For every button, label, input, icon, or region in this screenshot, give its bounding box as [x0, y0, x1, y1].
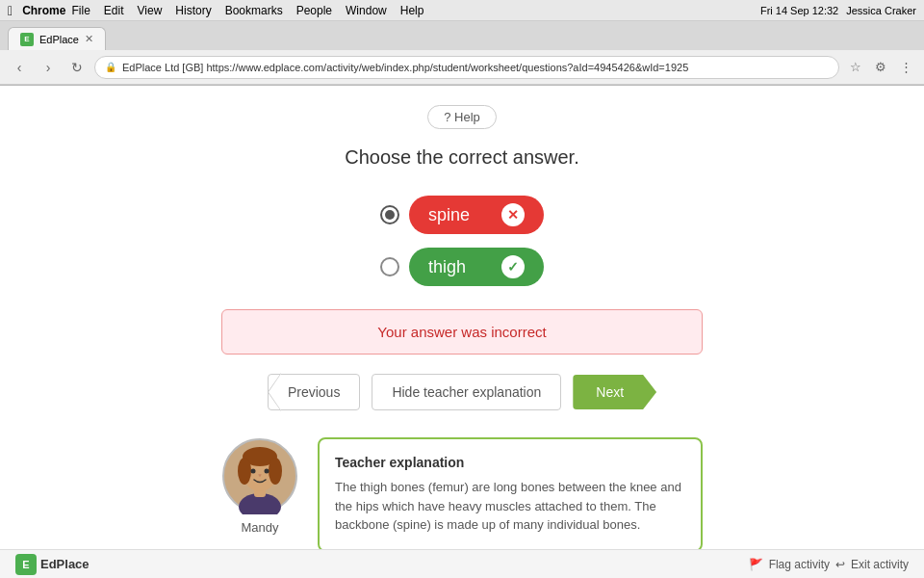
menu-bookmarks[interactable]: Bookmarks	[225, 4, 283, 17]
forward-button[interactable]: ›	[37, 56, 60, 79]
radio-thigh[interactable]	[380, 257, 399, 276]
hide-explanation-label: Hide teacher explanation	[392, 384, 541, 400]
logo-text: EdPlace	[40, 557, 90, 571]
menu-right: Fri 14 Sep 12:32 Jessica Craker	[760, 5, 916, 16]
tab-bar: E EdPlace ✕	[0, 21, 924, 50]
menu-items: File Edit View History Bookmarks People …	[71, 4, 424, 17]
menu-history[interactable]: History	[175, 4, 211, 17]
svg-point-7	[251, 469, 256, 474]
exit-activity-button[interactable]: Exit activity	[851, 558, 909, 571]
back-button[interactable]: ‹	[8, 56, 31, 79]
exit-icon: ↩	[835, 558, 845, 571]
svg-point-5	[238, 458, 251, 485]
bottom-bar-left: E EdPlace	[15, 554, 90, 575]
answer-label-spine: spine	[428, 205, 470, 225]
menu-view[interactable]: View	[138, 4, 163, 17]
explanation-text: The thigh bones (femur) are long bones b…	[335, 478, 685, 535]
feedback-text: Your answer was incorrect	[377, 324, 546, 340]
flag-activity-button[interactable]: Flag activity	[769, 558, 830, 571]
answer-row-spine: spine ✕	[380, 196, 544, 234]
answer-row-thigh: thigh ✓	[380, 248, 544, 286]
browser-chrome: E EdPlace ✕ ‹ › ↻ 🔒 EdPlace Ltd [GB] htt…	[0, 21, 924, 86]
edplace-logo: E EdPlace	[15, 554, 90, 575]
answer-pill-thigh[interactable]: thigh ✓	[409, 248, 544, 286]
hide-explanation-button[interactable]: Hide teacher explanation	[372, 374, 561, 410]
nav-bar: ‹ › ↻ 🔒 EdPlace Ltd [GB] https://www.edp…	[0, 50, 924, 85]
bottom-bar: E EdPlace 🚩 Flag activity ↩ Exit activit…	[0, 549, 924, 578]
help-button[interactable]: ? Help	[427, 105, 497, 129]
page-content: ? Help Choose the correct answer. spine …	[0, 86, 924, 578]
tab-favicon: E	[20, 33, 34, 46]
next-button[interactable]: Next	[573, 375, 656, 409]
logo-mark: E	[15, 554, 37, 575]
explanation-title: Teacher explanation	[335, 455, 685, 470]
menu-bar:  Chrome File Edit View History Bookmark…	[0, 0, 924, 21]
tab-title: EdPlace	[39, 34, 79, 45]
previous-label: Previous	[288, 384, 340, 400]
lock-icon: 🔒	[105, 62, 116, 72]
app-name: Chrome	[22, 4, 65, 17]
menu-help[interactable]: Help	[400, 4, 424, 17]
next-label: Next	[596, 384, 624, 400]
previous-button[interactable]: Previous	[268, 374, 360, 410]
datetime: Fri 14 Sep 12:32	[760, 5, 838, 16]
explanation-box: Teacher explanation The thigh bones (fem…	[318, 437, 703, 552]
menu-file[interactable]: File	[71, 4, 90, 17]
teacher-avatar-image	[221, 437, 298, 514]
question-title: Choose the correct answer.	[345, 146, 578, 169]
refresh-button[interactable]: ↻	[65, 56, 89, 79]
menu-icon[interactable]: ⋮	[895, 57, 916, 78]
svg-point-6	[269, 458, 282, 485]
action-buttons: Previous Hide teacher explanation Next	[268, 374, 656, 410]
incorrect-icon: ✕	[501, 203, 525, 226]
user-name: Jessica Craker	[846, 5, 916, 16]
url-text: EdPlace Ltd [GB] https://www.edplace.com…	[122, 62, 688, 73]
answer-pill-spine[interactable]: spine ✕	[409, 196, 544, 234]
bookmark-icon[interactable]: ☆	[845, 57, 866, 78]
active-tab[interactable]: E EdPlace ✕	[8, 27, 106, 50]
correct-icon: ✓	[501, 255, 525, 278]
svg-point-8	[265, 469, 270, 474]
flag-icon: 🚩	[749, 558, 763, 571]
extensions-icon[interactable]: ⚙	[870, 57, 891, 78]
answer-label-thigh: thigh	[428, 257, 466, 277]
answer-options: spine ✕ thigh ✓	[380, 196, 544, 286]
close-tab-button[interactable]: ✕	[85, 33, 93, 45]
teacher-name: Mandy	[241, 520, 278, 535]
address-bar[interactable]: 🔒 EdPlace Ltd [GB] https://www.edplace.c…	[94, 56, 839, 79]
radio-spine[interactable]	[380, 205, 399, 224]
teacher-avatar: Mandy	[221, 437, 298, 535]
menu-edit[interactable]: Edit	[104, 4, 124, 17]
bottom-bar-right: 🚩 Flag activity ↩ Exit activity	[749, 558, 909, 571]
nav-right-icons: ☆ ⚙ ⋮	[845, 57, 916, 78]
menu-window[interactable]: Window	[346, 4, 387, 17]
menu-people[interactable]: People	[296, 4, 332, 17]
apple-icon: 	[8, 3, 13, 18]
feedback-banner: Your answer was incorrect	[221, 309, 703, 355]
teacher-section: Mandy Teacher explanation The thigh bone…	[221, 437, 703, 552]
